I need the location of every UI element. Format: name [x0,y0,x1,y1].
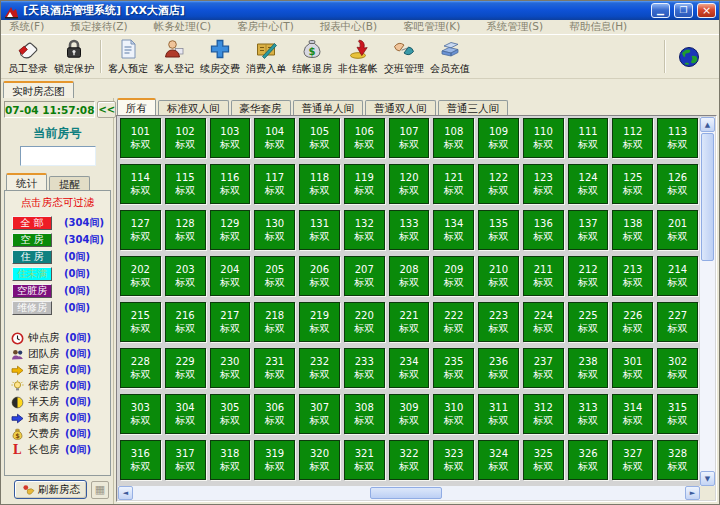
room-cell[interactable]: 318标双 [210,440,251,480]
room-cell[interactable]: 219标双 [299,302,340,342]
room-cell[interactable]: 110标双 [523,118,564,158]
toolbar-button[interactable]: 锁定保护 [51,36,97,77]
room-cell[interactable]: 104标双 [254,118,295,158]
room-cell[interactable]: 101标双 [120,118,161,158]
room-cell[interactable]: 311标双 [478,394,519,434]
status-filter-button[interactable]: 住 房 [12,250,52,264]
room-cell[interactable]: 113标双 [657,118,698,158]
room-cell[interactable]: 320标双 [299,440,340,480]
room-cell[interactable]: 131标双 [299,210,340,250]
room-cell[interactable]: 309标双 [389,394,430,434]
room-cell[interactable]: 133标双 [389,210,430,250]
room-cell[interactable]: 229标双 [165,348,206,388]
room-cell[interactable]: 204标双 [210,256,251,296]
room-cell[interactable]: 326标双 [568,440,609,480]
room-cell[interactable]: 217标双 [210,302,251,342]
room-cell[interactable]: 321标双 [344,440,385,480]
room-cell[interactable]: 316标双 [120,440,161,480]
room-type-tab[interactable]: 普通三人间 [438,100,509,115]
room-cell[interactable]: 125标双 [612,164,653,204]
room-cell[interactable]: 307标双 [299,394,340,434]
scroll-right-button[interactable]: ► [685,486,700,500]
room-cell[interactable]: 109标双 [478,118,519,158]
menu-item[interactable]: 报表中心(B) [318,20,387,34]
room-cell[interactable]: 235标双 [433,348,474,388]
room-cell[interactable]: 130标双 [254,210,295,250]
horizontal-scroll-thumb[interactable] [370,487,442,499]
room-cell[interactable]: 108标双 [433,118,474,158]
room-kind-row[interactable]: 半天房(0间) [8,394,107,410]
room-cell[interactable]: 137标双 [568,210,609,250]
room-cell[interactable]: 212标双 [568,256,609,296]
menu-item[interactable]: 系统(F) [7,20,54,34]
status-filter-button[interactable]: 空 房 [12,233,52,247]
room-cell[interactable]: 226标双 [612,302,653,342]
room-cell[interactable]: 317标双 [165,440,206,480]
toolbar-button[interactable]: 消费入单 [243,36,289,77]
minimize-button[interactable]: ▁ [651,3,670,18]
room-cell[interactable]: 303标双 [120,394,161,434]
room-cell[interactable]: 135标双 [478,210,519,250]
horizontal-scrollbar[interactable]: ◄ ► [118,486,700,500]
current-room-input[interactable] [20,146,96,166]
menu-item[interactable]: 预定接待(Z) [68,20,137,34]
room-cell[interactable]: 207标双 [344,256,385,296]
scroll-left-button[interactable]: ◄ [118,486,133,500]
room-cell[interactable]: 214标双 [657,256,698,296]
legend-button[interactable]: ▦ [91,481,109,499]
room-cell[interactable]: 209标双 [433,256,474,296]
room-cell[interactable]: 301标双 [612,348,653,388]
room-cell[interactable]: 322标双 [389,440,430,480]
room-cell[interactable]: 208标双 [389,256,430,296]
room-cell[interactable]: 315标双 [657,394,698,434]
room-cell[interactable]: 120标双 [389,164,430,204]
menu-item[interactable]: 帮助信息(H) [567,20,637,34]
room-cell[interactable]: 312标双 [523,394,564,434]
room-kind-row[interactable]: 钟点房(0间) [8,330,107,346]
room-cell[interactable]: 211标双 [523,256,564,296]
room-cell[interactable]: 305标双 [210,394,251,434]
toolbar-button[interactable]: 客人登记 [151,36,197,77]
room-cell[interactable]: 327标双 [612,440,653,480]
room-cell[interactable]: 201标双 [657,210,698,250]
room-cell[interactable]: 117标双 [254,164,295,204]
room-cell[interactable]: 224标双 [523,302,564,342]
menu-item[interactable]: 客房中心(T) [235,20,304,34]
room-kind-row[interactable]: L长包房(0间) [8,442,107,458]
room-cell[interactable]: 308标双 [344,394,385,434]
room-cell[interactable]: 105标双 [299,118,340,158]
room-cell[interactable]: 228标双 [120,348,161,388]
menu-item[interactable]: 系统管理(S) [484,20,553,34]
room-cell[interactable]: 202标双 [120,256,161,296]
room-cell[interactable]: 136标双 [523,210,564,250]
room-cell[interactable]: 222标双 [433,302,474,342]
room-cell[interactable]: 220标双 [344,302,385,342]
room-cell[interactable]: 203标双 [165,256,206,296]
room-cell[interactable]: 115标双 [165,164,206,204]
room-cell[interactable]: 227标双 [657,302,698,342]
status-filter-button[interactable]: 全 部 [12,216,52,230]
room-cell[interactable]: 124标双 [568,164,609,204]
room-cell[interactable]: 119标双 [344,164,385,204]
room-cell[interactable]: 230标双 [210,348,251,388]
sidebar-tab-selected[interactable]: 统计 [6,173,47,190]
room-cell[interactable]: 126标双 [657,164,698,204]
room-cell[interactable]: 216标双 [165,302,206,342]
room-cell[interactable]: 213标双 [612,256,653,296]
room-cell[interactable]: 319标双 [254,440,295,480]
room-cell[interactable]: 121标双 [433,164,474,204]
room-cell[interactable]: 223标双 [478,302,519,342]
room-cell[interactable]: 205标双 [254,256,295,296]
toolbar-button[interactable]: 员工登录 [5,36,51,77]
room-cell[interactable]: 237标双 [523,348,564,388]
room-cell[interactable]: 123标双 [523,164,564,204]
room-cell[interactable]: 310标双 [433,394,474,434]
room-kind-row[interactable]: 预离房(0间) [8,410,107,426]
room-cell[interactable]: 129标双 [210,210,251,250]
room-cell[interactable]: 215标双 [120,302,161,342]
sidebar-tab-item[interactable]: 提醒 [49,176,90,190]
vertical-scroll-thumb[interactable] [701,133,714,261]
room-cell[interactable]: 111标双 [568,118,609,158]
room-kind-row[interactable]: 保密房(0间) [8,378,107,394]
room-cell[interactable]: 231标双 [254,348,295,388]
